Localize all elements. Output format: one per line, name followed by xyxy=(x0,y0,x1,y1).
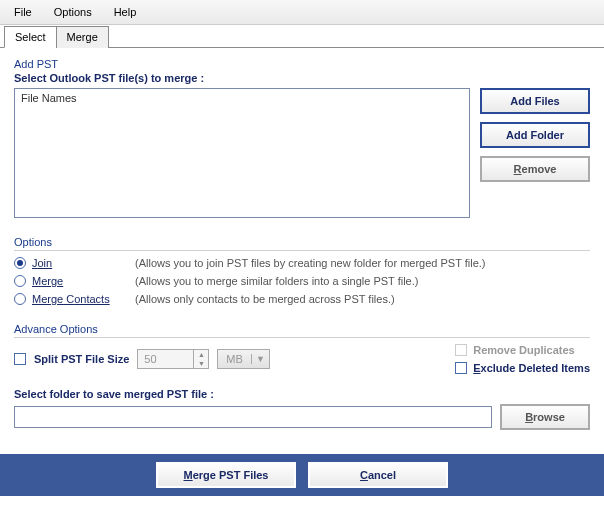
exclude-deleted-checkbox[interactable] xyxy=(455,362,467,374)
save-label: Select folder to save merged PST file : xyxy=(14,388,590,400)
radio-join-label: Join xyxy=(32,257,135,269)
addpst-title: Add PST xyxy=(14,58,590,70)
remove-dup-checkbox xyxy=(455,344,467,356)
contacts-desc: (Allows only contacts to be merged acros… xyxy=(135,293,395,305)
add-files-button[interactable]: Add Files xyxy=(480,88,590,114)
chevron-down-icon: ▼ xyxy=(194,359,208,368)
unit-combo: MB ▼ xyxy=(217,349,270,369)
menu-options[interactable]: Options xyxy=(44,3,102,21)
tab-select[interactable]: Select xyxy=(4,26,57,48)
split-checkbox[interactable] xyxy=(14,353,26,365)
cancel-button[interactable]: Cancel xyxy=(308,462,448,488)
radio-merge-label: Merge xyxy=(32,275,135,287)
add-folder-button[interactable]: Add Folder xyxy=(480,122,590,148)
chevron-down-icon: ▼ xyxy=(251,354,269,364)
options-title: Options xyxy=(14,236,590,251)
remove-dup-label: Remove Duplicates xyxy=(473,344,574,356)
menu-help[interactable]: Help xyxy=(104,3,147,21)
radio-contacts-label: Merge Contacts xyxy=(32,293,135,305)
footer: Merge PST Files Cancel xyxy=(0,454,604,496)
addpst-subtitle: Select Outlook PST file(s) to merge : xyxy=(14,72,590,84)
split-size-value: 50 xyxy=(138,350,193,368)
tab-bar: Select Merge xyxy=(0,25,604,48)
join-desc: (Allows you to join PST files by creatin… xyxy=(135,257,486,269)
exclude-deleted-label: Exclude Deleted Items xyxy=(473,362,590,374)
split-label: Split PST File Size xyxy=(34,353,129,365)
advance-title: Advance Options xyxy=(14,323,590,338)
radio-contacts[interactable] xyxy=(14,293,26,305)
menubar: File Options Help xyxy=(0,0,604,25)
radio-merge[interactable] xyxy=(14,275,26,287)
merge-pst-button[interactable]: Merge PST Files xyxy=(156,462,296,488)
remove-button[interactable]: Remove xyxy=(480,156,590,182)
menu-file[interactable]: File xyxy=(4,3,42,21)
file-list[interactable]: File Names xyxy=(14,88,470,218)
tab-merge[interactable]: Merge xyxy=(56,26,109,48)
split-size-spinner: 50 ▲ ▼ xyxy=(137,349,209,369)
content-area: Add PST Select Outlook PST file(s) to me… xyxy=(0,48,604,440)
unit-value: MB xyxy=(218,353,251,365)
browse-button[interactable]: Browse xyxy=(500,404,590,430)
merge-desc: (Allows you to merge similar folders int… xyxy=(135,275,418,287)
save-path-input[interactable] xyxy=(14,406,492,428)
file-list-header: File Names xyxy=(21,92,77,104)
chevron-up-icon: ▲ xyxy=(194,350,208,359)
radio-join[interactable] xyxy=(14,257,26,269)
